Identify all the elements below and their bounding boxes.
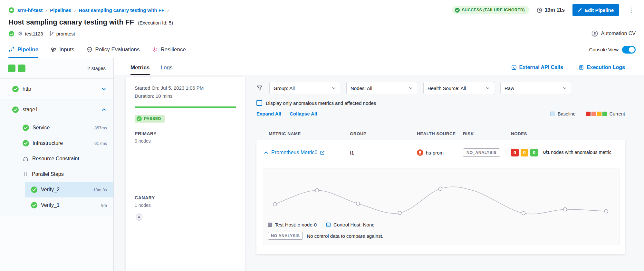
tab-logs[interactable]: Logs <box>161 65 173 75</box>
metric-line-chart[interactable] <box>268 172 615 221</box>
breadcrumb-project[interactable]: srm-hf-test <box>17 7 43 13</box>
metric-table-row: Prometheus Metric0 f1 hs-prom <box>256 140 625 165</box>
anomalous-filter-checkbox[interactable] <box>256 100 262 106</box>
step-duration: 617ms <box>94 141 107 146</box>
meta-left: ⚙ test1123 promtest <box>8 31 75 37</box>
nodes-filter-select[interactable]: Nodes: All <box>346 82 417 94</box>
breadcrumb-pipelines[interactable]: Pipelines <box>50 7 71 13</box>
test-host-swatch <box>268 223 272 227</box>
tab-inputs[interactable]: Inputs <box>51 41 74 58</box>
risk-cell: NO_ANALYSIS <box>463 148 511 157</box>
execution-tabs: Pipeline Inputs Policy Evaluations Resil… <box>0 41 644 58</box>
filter-icon[interactable] <box>256 85 263 91</box>
service-name: test1123 <box>25 31 43 36</box>
canary-node-hexagon[interactable] <box>135 213 236 223</box>
external-link-icon[interactable] <box>320 150 325 155</box>
health-source-cell: hs-prom <box>417 149 463 156</box>
metric-name-link[interactable]: Prometheus Metric0 <box>271 150 317 156</box>
headphones-icon <box>23 156 29 162</box>
trigger-name: promtest <box>56 31 75 36</box>
collapse-all-link[interactable]: Collapse All <box>290 111 317 116</box>
tab-resilience-label: Resilience <box>160 46 186 53</box>
api-calls-icon <box>511 65 517 70</box>
mode-select-value: Raw <box>505 85 514 91</box>
verification-summary-panel: Started On: Jul 5, 2023 1:06 PM Duration… <box>126 77 245 271</box>
metrics-analysis: Group: All Nodes: All Heal <box>256 77 625 271</box>
service-status-icon <box>8 31 14 37</box>
trigger-ref[interactable]: promtest <box>49 31 75 36</box>
tab-pipeline[interactable]: Pipeline <box>8 41 38 58</box>
execution-duration: 13m 11s <box>537 7 565 13</box>
tab-pipeline-label: Pipeline <box>17 46 38 53</box>
stage-label: http <box>23 86 31 92</box>
check-circle-icon <box>455 8 460 13</box>
step-label: Infrastructure <box>33 140 63 146</box>
chevron-down-icon <box>332 86 336 90</box>
chevron-up-icon[interactable] <box>101 107 106 112</box>
verification-progress-bar <box>135 106 236 108</box>
no-analysis-message: No control data to compare against. <box>307 233 383 239</box>
console-view-toggle[interactable] <box>622 46 636 54</box>
health-source-filter-select[interactable]: Health Source: All <box>423 82 494 94</box>
mode-select[interactable]: Raw <box>500 82 571 94</box>
control-host-legend: Control Host: None <box>326 222 375 227</box>
edit-pipeline-button[interactable]: Edit Pipeline <box>572 4 619 16</box>
kebab-menu-icon[interactable]: ⋮ <box>627 7 636 13</box>
expand-collapse-row: Expand All Collapse All Baseline <box>256 111 625 116</box>
step-row-resource-constraint[interactable]: Resource Constraint <box>0 151 113 166</box>
metrics-table-header: METRIC NAME GROUP HEALTH SOURCE RISK NOD… <box>256 127 625 140</box>
external-api-calls-link[interactable]: External API Calls <box>511 65 563 70</box>
group-filter-select[interactable]: Group: All <box>269 82 340 94</box>
chevron-down-icon[interactable] <box>101 86 106 92</box>
primary-label: PRIMARY <box>135 131 236 136</box>
breadcrumb-row: srm-hf-test › Pipelines › Host sampling … <box>0 0 644 17</box>
chevron-up-icon[interactable] <box>264 150 269 155</box>
step-row-parallel-steps[interactable]: Parallel Steps <box>0 166 113 182</box>
chevron-down-icon <box>409 86 413 90</box>
step-duration: 13m 3s <box>93 187 107 192</box>
tab-policy-evaluations[interactable]: Policy Evaluations <box>87 41 140 58</box>
host-legend: Test Host: c-node-0 Control Host: None <box>268 222 615 227</box>
details-tabs: Metrics Logs <box>130 65 172 75</box>
expand-links: Expand All Collapse All <box>256 111 317 116</box>
external-api-calls-label: External API Calls <box>519 65 563 70</box>
stage-item-http[interactable]: http <box>0 79 113 99</box>
breadcrumb-pipeline[interactable]: Host sampling canary testing with FF <box>79 7 164 13</box>
step-label: Service <box>33 125 50 131</box>
triggered-by: Automation CV <box>591 30 636 37</box>
check-circle-icon <box>23 140 29 146</box>
check-circle-icon <box>137 116 142 121</box>
service-ref[interactable]: ⚙ test1123 <box>18 31 43 36</box>
project-icon <box>8 7 14 13</box>
risk-yellow-swatch <box>597 112 601 116</box>
step-row-service[interactable]: Service 857ms <box>0 120 113 136</box>
inputs-icon <box>51 47 56 53</box>
test-host-label: Test Host: c-node-0 <box>275 222 317 227</box>
header-actions: SUCCESS (FAILURE IGNORED) 13m 11s Edit P… <box>452 4 636 16</box>
tab-resilience[interactable]: Resilience <box>152 41 186 58</box>
prometheus-icon <box>417 149 423 156</box>
stages-count: 2 stages <box>87 65 106 71</box>
step-row-verify-2[interactable]: Verify_2 13m 3s <box>25 182 113 197</box>
step-row-infrastructure[interactable]: Infrastructure 617ms <box>0 136 113 151</box>
clock-icon <box>537 7 542 13</box>
expand-all-link[interactable]: Expand All <box>256 111 281 116</box>
tab-metrics[interactable]: Metrics <box>130 65 150 75</box>
anomalous-filter-row: Display only anomalous metrics and affec… <box>256 100 625 106</box>
passed-badge: PASSED <box>135 115 165 123</box>
current-label: Current <box>610 111 625 116</box>
page-title: Host sampling canary testing with FF <box>8 18 134 26</box>
metric-chart-panel: Test Host: c-node-0 Control Host: None N… <box>263 168 620 245</box>
nodes-filter-value: Nodes: All <box>351 85 372 91</box>
stage-status-square <box>18 65 25 72</box>
edit-icon <box>578 8 582 12</box>
execution-logs-link[interactable]: Execution Logs <box>579 65 625 70</box>
stage-item-stage1[interactable]: stage1 <box>0 99 113 120</box>
col-group: GROUP <box>350 131 417 136</box>
stage-group-stage1: stage1 Service 857ms Infras <box>0 99 113 216</box>
step-row-verify-1[interactable]: Verify_1 9m <box>25 197 113 213</box>
canary-label: CANARY <box>135 195 236 200</box>
step-duration: 9m <box>101 203 107 208</box>
nodes-cell: 0 0 0 0/1 nodes with anomalous metric <box>511 149 625 156</box>
step-label: Verify_1 <box>41 202 60 208</box>
